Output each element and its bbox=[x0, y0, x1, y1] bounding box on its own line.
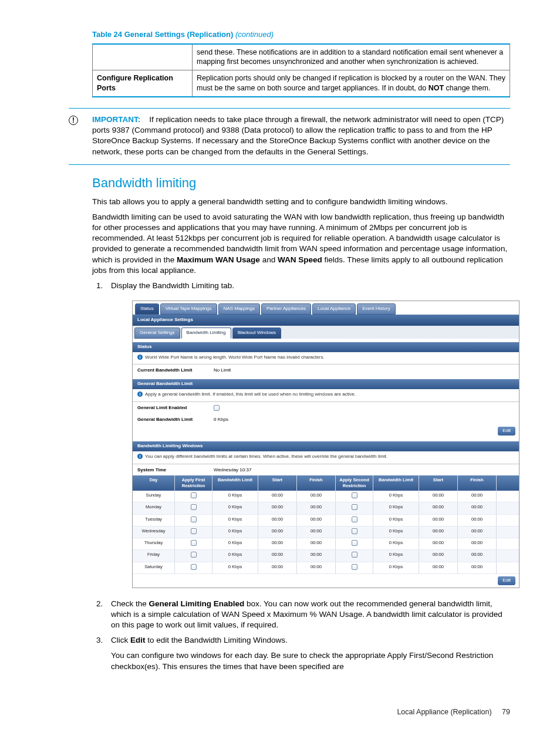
start-cell: 00:00 bbox=[419, 538, 458, 549]
apply-first-checkbox[interactable] bbox=[191, 504, 197, 510]
settings-table: send these. These notifications are in a… bbox=[92, 43, 510, 98]
finish-cell: 00:00 bbox=[297, 550, 336, 561]
day-cell: Monday bbox=[133, 502, 175, 514]
bw-cell: 0 Kbps bbox=[212, 502, 258, 514]
info-icon: i bbox=[137, 391, 143, 397]
day-cell: Sunday bbox=[133, 491, 175, 502]
finish-cell: 00:00 bbox=[458, 526, 497, 538]
page-number: 79 bbox=[502, 708, 510, 716]
bw-cell: 0 Kbps bbox=[212, 550, 258, 561]
finish-cell: 00:00 bbox=[297, 562, 336, 573]
subtab-bandwidth[interactable]: Bandwidth Limiting bbox=[181, 328, 231, 339]
bw-cell: 0 Kbps bbox=[373, 538, 419, 549]
info-icon: i bbox=[137, 454, 143, 459]
subtab-blackout[interactable]: Blackout Windows bbox=[232, 328, 281, 339]
gen-enabled-checkbox[interactable] bbox=[214, 405, 220, 411]
apply-second-checkbox[interactable] bbox=[352, 492, 357, 498]
footer-section: Local Appliance (Replication) bbox=[397, 708, 491, 716]
tab-vtm[interactable]: Virtual Tape Mappings bbox=[160, 303, 217, 315]
embedded-screenshot: Status Virtual Tape Mappings NAS Mapping… bbox=[132, 301, 519, 588]
apply-second-checkbox[interactable] bbox=[352, 504, 357, 510]
table-row: Configure Replication Ports Replication … bbox=[93, 70, 510, 97]
apply-first-checkbox[interactable] bbox=[191, 492, 197, 498]
finish-cell: 00:00 bbox=[297, 491, 336, 502]
start-cell: 00:00 bbox=[258, 515, 297, 526]
gen-bw-value: 0 Kbps bbox=[214, 417, 228, 423]
start-cell: 00:00 bbox=[258, 562, 297, 573]
apply-second-checkbox[interactable] bbox=[352, 528, 357, 534]
finish-cell: 00:00 bbox=[458, 515, 497, 526]
steps-list: Display the Bandwidth Limiting tab. Stat… bbox=[92, 281, 510, 672]
finish-cell: 00:00 bbox=[297, 515, 336, 526]
grid-row: Tuesday0 Kbps00:0000:000 Kbps00:0000:00 bbox=[133, 515, 519, 526]
info-icon: i bbox=[137, 355, 143, 360]
day-cell: Tuesday bbox=[133, 515, 175, 526]
subtab-general[interactable]: General Settings bbox=[134, 328, 180, 339]
apply-first-checkbox[interactable] bbox=[191, 528, 197, 534]
finish-cell: 00:00 bbox=[297, 526, 336, 538]
start-cell: 00:00 bbox=[258, 550, 297, 561]
apply-second-checkbox[interactable] bbox=[352, 552, 357, 558]
finish-cell: 00:00 bbox=[297, 502, 336, 514]
table-row: send these. These notifications are in a… bbox=[93, 44, 510, 70]
apply-first-checkbox[interactable] bbox=[191, 540, 197, 546]
finish-cell: 00:00 bbox=[458, 562, 497, 573]
start-cell: 00:00 bbox=[419, 515, 458, 526]
row-label bbox=[93, 44, 193, 70]
tab-local[interactable]: Local Appliance bbox=[312, 303, 356, 315]
start-cell: 00:00 bbox=[258, 502, 297, 514]
apply-second-checkbox[interactable] bbox=[352, 517, 357, 522]
apply-second-checkbox[interactable] bbox=[352, 540, 357, 546]
grid-row: Sunday0 Kbps00:0000:000 Kbps00:0000:00 bbox=[133, 491, 519, 502]
grid-header: Day Apply First Restriction Bandwidth Li… bbox=[133, 475, 519, 491]
gen-bw-label: General Bandwidth Limit bbox=[137, 417, 214, 423]
start-cell: 00:00 bbox=[258, 526, 297, 538]
day-cell: Thursday bbox=[133, 538, 175, 549]
grid-row: Saturday0 Kbps00:0000:000 Kbps00:0000:00 bbox=[133, 562, 519, 574]
bw-cell: 0 Kbps bbox=[373, 491, 419, 502]
bw-cell: 0 Kbps bbox=[373, 515, 419, 526]
tab-partner[interactable]: Partner Appliances bbox=[261, 303, 311, 315]
tab-nas[interactable]: NAS Mappings bbox=[218, 303, 260, 315]
current-bw-value: No Limit bbox=[214, 367, 231, 374]
bw-cell: 0 Kbps bbox=[373, 550, 419, 561]
grid-row: Monday0 Kbps00:0000:000 Kbps00:0000:00 bbox=[133, 502, 519, 514]
body-paragraph: Bandwidth limiting can be used to avoid … bbox=[92, 212, 510, 276]
general-bw-header: General Bandwidth Limit bbox=[133, 379, 519, 389]
finish-cell: 00:00 bbox=[458, 538, 497, 549]
step-item: Check the General Limiting Enabled box. … bbox=[105, 599, 510, 631]
start-cell: 00:00 bbox=[419, 550, 458, 561]
edit-button[interactable]: Edit bbox=[498, 576, 515, 585]
finish-cell: 00:00 bbox=[458, 491, 497, 502]
edit-button[interactable]: Edit bbox=[498, 427, 515, 436]
row-text: send these. These notifications are in a… bbox=[193, 44, 510, 70]
important-label: IMPORTANT: bbox=[92, 115, 140, 124]
apply-first-checkbox[interactable] bbox=[191, 552, 197, 558]
gen-enabled-label: General Limit Enabled bbox=[137, 405, 214, 413]
step-item: Click Edit to edit the Bandwidth Limitin… bbox=[105, 635, 510, 672]
start-cell: 00:00 bbox=[258, 538, 297, 549]
day-cell: Friday bbox=[133, 550, 175, 561]
start-cell: 00:00 bbox=[419, 562, 458, 573]
important-icon: ! bbox=[69, 116, 78, 125]
finish-cell: 00:00 bbox=[297, 538, 336, 549]
bw-cell: 0 Kbps bbox=[373, 502, 419, 514]
step-item: Display the Bandwidth Limiting tab. Stat… bbox=[105, 281, 510, 588]
apply-second-checkbox[interactable] bbox=[352, 564, 357, 570]
systime-label: System Time bbox=[137, 467, 214, 474]
apply-first-checkbox[interactable] bbox=[191, 517, 197, 522]
section-heading: Bandwidth limiting bbox=[92, 174, 510, 192]
bw-cell: 0 Kbps bbox=[373, 526, 419, 538]
windows-info: You can apply different bandwidth limits… bbox=[145, 454, 387, 459]
bw-cell: 0 Kbps bbox=[373, 562, 419, 573]
tab-status[interactable]: Status bbox=[135, 303, 159, 315]
tab-history[interactable]: Event History bbox=[357, 303, 396, 315]
grid-row: Friday0 Kbps00:0000:000 Kbps00:0000:00 bbox=[133, 550, 519, 562]
general-info: Apply a general bandwidth limit. If enab… bbox=[145, 391, 356, 397]
current-bw-label: Current Bandwidth Limit bbox=[137, 367, 214, 374]
status-header: Status bbox=[133, 342, 519, 352]
page-footer: Local Appliance (Replication) 79 bbox=[50, 707, 510, 717]
apply-first-checkbox[interactable] bbox=[191, 564, 197, 570]
important-body: If replication needs to take place throu… bbox=[92, 115, 504, 156]
windows-header: Bandwidth Limiting Windows bbox=[133, 441, 519, 451]
